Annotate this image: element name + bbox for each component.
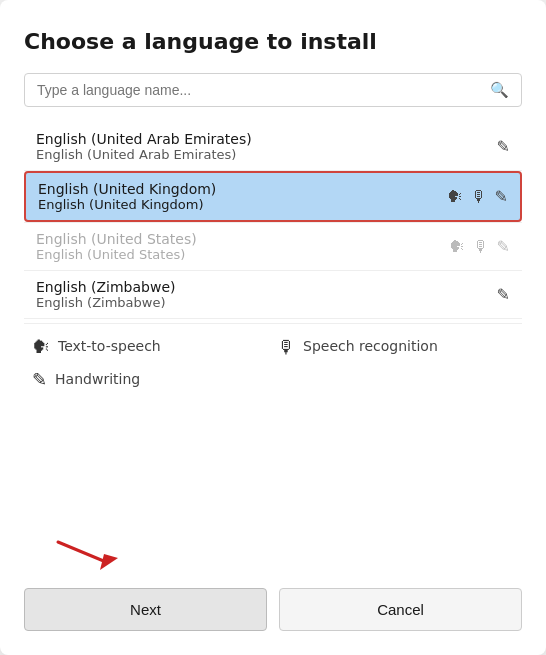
next-button[interactable]: Next: [24, 588, 267, 631]
tts-icon: 🗣: [449, 237, 465, 256]
list-item-selected[interactable]: English (United Kingdom) English (United…: [24, 171, 522, 222]
list-item[interactable]: English (United States) English (United …: [24, 223, 522, 270]
list-item[interactable]: English (Zimbabwe) English (Zimbabwe) ✎: [24, 271, 522, 318]
language-icons: ✎: [497, 137, 510, 156]
svg-marker-1: [100, 554, 118, 570]
legend-mic: 🎙 Speech recognition: [273, 330, 518, 363]
hw-legend-icon: ✎: [32, 369, 47, 390]
tts-icon: 🗣: [447, 187, 463, 206]
language-name: English (United States): [36, 231, 510, 247]
language-subtitle: English (United States): [36, 247, 510, 262]
language-subtitle: English (United Kingdom): [38, 197, 508, 212]
mic-icon: 🎙: [471, 187, 487, 206]
mic-legend-label: Speech recognition: [303, 338, 438, 354]
language-icons: ✎: [497, 285, 510, 304]
tts-legend-icon: 🗣: [32, 336, 50, 357]
edit-icon: ✎: [497, 237, 510, 256]
language-icons: 🗣 🎙 ✎: [449, 237, 510, 256]
arrow-indicator: [24, 532, 522, 570]
cancel-button[interactable]: Cancel: [279, 588, 522, 631]
language-name: English (United Kingdom): [38, 181, 508, 197]
mic-legend-icon: 🎙: [277, 336, 295, 357]
hw-legend-label: Handwriting: [55, 371, 140, 387]
divider: [24, 318, 522, 319]
dialog: Choose a language to install 🔍 English (…: [0, 0, 546, 655]
legend-row: 🗣 Text-to-speech 🎙 Speech recognition ✎ …: [24, 323, 522, 402]
legend-tts: 🗣 Text-to-speech: [28, 330, 273, 363]
edit-icon: ✎: [497, 285, 510, 304]
search-input[interactable]: [37, 82, 482, 98]
edit-icon: ✎: [497, 137, 510, 156]
language-subtitle: English (Zimbabwe): [36, 295, 510, 310]
language-name: English (Zimbabwe): [36, 279, 510, 295]
edit-icon: ✎: [495, 187, 508, 206]
language-icons: 🗣 🎙 ✎: [447, 187, 508, 206]
list-item[interactable]: English (United Arab Emirates) English (…: [24, 123, 522, 170]
legend-hw: ✎ Handwriting: [28, 363, 273, 396]
mic-icon: 🎙: [473, 237, 489, 256]
dialog-title: Choose a language to install: [24, 28, 522, 57]
language-list: English (United Arab Emirates) English (…: [24, 123, 522, 516]
tts-legend-label: Text-to-speech: [58, 338, 161, 354]
language-name: English (United Arab Emirates): [36, 131, 510, 147]
search-icon: 🔍: [490, 81, 509, 99]
search-bar[interactable]: 🔍: [24, 73, 522, 107]
language-subtitle: English (United Arab Emirates): [36, 147, 510, 162]
svg-line-0: [58, 542, 106, 562]
arrow-icon: [48, 534, 128, 570]
button-row: Next Cancel: [24, 588, 522, 631]
